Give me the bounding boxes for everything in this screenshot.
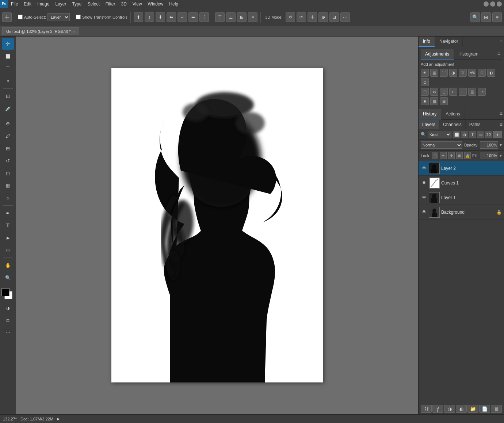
lasso-tool[interactable]: ⌒ <box>2 63 14 75</box>
photo-filter-adj-icon[interactable]: ⊙ <box>421 78 429 86</box>
align-right-button[interactable]: ➡ <box>188 12 198 22</box>
layer-row-background[interactable]: 👁 Background 🔒 <box>419 205 504 220</box>
move-tool[interactable]: ✛ <box>2 38 14 50</box>
filter-type-btn[interactable]: T <box>469 131 476 138</box>
more-options-button[interactable]: ⋯ <box>340 12 350 22</box>
history-tab[interactable]: History <box>419 109 441 119</box>
posterize-adj-icon[interactable]: ⊏ <box>449 88 457 96</box>
filter-adj-btn[interactable]: ◑ <box>461 131 468 138</box>
distribute-button[interactable]: ⋮ <box>199 12 209 22</box>
info-tab[interactable]: Info <box>419 37 435 47</box>
lock-position-btn[interactable]: ✛ <box>448 152 455 159</box>
panel-options-icon[interactable]: ≡ <box>498 37 504 47</box>
layer-row-curves1[interactable]: 👁 Curv <box>419 176 504 190</box>
distribute-vcenter-button[interactable]: ⊥ <box>226 12 236 22</box>
show-transform-checkbox[interactable] <box>76 15 81 19</box>
3d-rotate-button[interactable]: ↺ <box>286 12 295 22</box>
opacity-input[interactable] <box>480 141 498 149</box>
color-lookup-adj-icon[interactable]: ⋈ <box>430 88 438 96</box>
menu-help[interactable]: Help <box>166 0 181 8</box>
menu-3d[interactable]: 3D <box>118 0 129 8</box>
menu-filter[interactable]: Filter <box>103 0 118 8</box>
3d-slide-button[interactable]: ⊕ <box>318 12 328 22</box>
arrange-panels-icon[interactable]: ⊞ <box>481 12 491 22</box>
extra-tools[interactable]: ⋯ <box>2 327 14 339</box>
auto-select-dropdown[interactable]: Layer Group <box>47 13 70 21</box>
filter-pixel-btn[interactable]: ⬜ <box>453 131 460 138</box>
3d-roll-button[interactable]: ⟳ <box>297 12 306 22</box>
filter-toggle-btn[interactable]: ● <box>493 131 502 138</box>
screen-mode-tool[interactable]: ⊡ <box>2 315 14 326</box>
pattern-fill-adj-icon[interactable]: ⊟ <box>440 97 448 105</box>
lock-pixels-btn[interactable]: ✏ <box>440 152 446 159</box>
dodge-tool[interactable]: ○ <box>2 192 14 204</box>
3d-scale-button[interactable]: ⊡ <box>329 12 339 22</box>
blend-mode-dropdown[interactable]: Normal Multiply Screen Overlay <box>421 141 462 149</box>
paths-tab[interactable]: Paths <box>466 120 485 129</box>
history-panel-options-icon[interactable]: ≡ <box>498 109 504 119</box>
channels-tab[interactable]: Channels <box>439 120 466 129</box>
align-left-button[interactable]: ⬅ <box>167 12 176 22</box>
exposure-adj-icon[interactable]: ◑ <box>449 69 457 77</box>
shape-tool[interactable]: ▭ <box>2 244 14 256</box>
channel-mixer-adj-icon[interactable]: ⊞ <box>421 88 429 96</box>
curves1-visibility-icon[interactable]: 👁 <box>421 180 427 186</box>
menu-layer[interactable]: Layer <box>52 0 69 8</box>
distribute-top-button[interactable]: ⊤ <box>215 12 225 22</box>
menu-image[interactable]: Image <box>34 0 52 8</box>
adjustments-tab[interactable]: Adjustments <box>421 49 454 60</box>
bw-adj-icon[interactable]: ◐ <box>487 69 495 77</box>
filter-shape-btn[interactable]: ▭ <box>477 131 484 138</box>
magic-wand-tool[interactable]: ✦ <box>2 75 14 87</box>
layer-kind-dropdown[interactable]: Kind Name Effect Mode <box>428 131 451 138</box>
heal-tool[interactable]: ⊕ <box>2 118 14 129</box>
new-layer-btn[interactable]: 📄 <box>479 405 490 413</box>
fill-dropdown-icon[interactable]: ▾ <box>500 153 502 158</box>
3d-drag-button[interactable]: ✛ <box>308 12 317 22</box>
threshold-adj-icon[interactable]: ⌐ <box>459 88 467 96</box>
colorbalance-adj-icon[interactable]: ⊕ <box>478 69 486 77</box>
histogram-tab[interactable]: Histogram <box>454 49 483 60</box>
color-swatches-wrapper[interactable] <box>1 288 15 301</box>
selective-color-adj-icon[interactable]: ⊸ <box>478 88 486 96</box>
menu-view[interactable]: View <box>130 0 145 8</box>
maximize-button[interactable] <box>490 1 495 7</box>
filter-smartobj-btn[interactable]: SO <box>485 131 492 138</box>
hand-tool[interactable]: ✋ <box>2 259 14 271</box>
menu-edit[interactable]: Edit <box>21 0 34 8</box>
marquee-tool[interactable]: ⬜ <box>2 50 14 62</box>
hsl-adj-icon[interactable]: H/S <box>468 69 476 77</box>
gradient-fill-adj-icon[interactable]: ▤ <box>430 97 438 105</box>
add-style-btn[interactable]: ƒ <box>432 405 443 413</box>
path-select-tool[interactable]: ▶ <box>2 232 14 244</box>
type-tool[interactable]: T <box>2 220 14 231</box>
layers-tab[interactable]: Layers <box>419 120 439 129</box>
layer-row-layer1[interactable]: 👁 Layer 1 <box>419 190 504 205</box>
align-hcenter-button[interactable]: ↔ <box>177 12 187 22</box>
brightness-adj-icon[interactable]: ☀ <box>421 69 429 77</box>
eraser-tool[interactable]: ◻ <box>2 167 14 179</box>
search-icon[interactable]: 🔍 <box>470 12 480 22</box>
vibrance-adj-icon[interactable]: ▽ <box>459 69 467 77</box>
lock-artboard-btn[interactable]: ⊞ <box>456 152 463 159</box>
gradient-tool[interactable]: ▦ <box>2 180 14 191</box>
history-brush-tool[interactable]: ↺ <box>2 155 14 167</box>
close-button[interactable] <box>497 1 502 7</box>
crop-tool[interactable]: ⊡ <box>2 90 14 102</box>
stamp-tool[interactable]: ⊞ <box>2 142 14 154</box>
layers-panel-options-icon[interactable]: ≡ <box>498 120 504 129</box>
background-visibility-icon[interactable]: 👁 <box>421 209 427 216</box>
quick-mask-tool[interactable]: ◑ <box>2 302 14 314</box>
fg-color-swatch[interactable] <box>1 288 9 296</box>
document-tab[interactable]: Girl.psd @ 132% (Layer 2, RGB/8) * × <box>2 27 79 35</box>
gradient-map-adj-icon[interactable]: ▥ <box>468 88 476 96</box>
auto-select-checkbox[interactable] <box>18 15 23 19</box>
align-vcenter-button[interactable]: ↕ <box>145 12 154 22</box>
invert-adj-icon[interactable]: ◻ <box>440 88 448 96</box>
align-top-button[interactable]: ⬆ <box>134 12 143 22</box>
new-group-btn[interactable]: 📁 <box>467 405 478 413</box>
align-bottom-button[interactable]: ⬇ <box>156 12 165 22</box>
fill-input[interactable] <box>480 152 498 159</box>
pen-tool[interactable]: ✒ <box>2 207 14 219</box>
status-arrow[interactable]: ▶ <box>57 417 60 421</box>
